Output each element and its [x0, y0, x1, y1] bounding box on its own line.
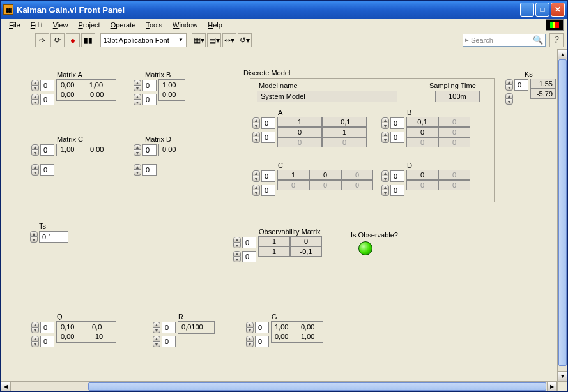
minimize-button[interactable]: _ [520, 3, 534, 17]
spinner-b-row[interactable]: ▲▼ [134, 80, 141, 91]
spinner-ts[interactable]: ▲▼ [30, 231, 38, 243]
spinner-a-col[interactable]: ▲▼ [31, 94, 39, 105]
reorder-button[interactable]: ↺▾ [238, 33, 252, 47]
cell-a-10[interactable]: 0,00 [61, 91, 74, 98]
menu-operate[interactable]: Operate [106, 20, 141, 30]
index-d-col[interactable]: 0 [142, 164, 157, 176]
pause-button[interactable]: ▮▮ [81, 33, 95, 47]
spinner-obs-row[interactable]: ▲▼ [233, 237, 241, 248]
index-disc-a-col[interactable]: 0 [261, 132, 275, 143]
index-disc-d-col[interactable]: 0 [390, 185, 404, 196]
spinner-c-row[interactable]: ▲▼ [31, 144, 39, 156]
vi-icon[interactable] [546, 19, 564, 31]
horizontal-scrollbar[interactable]: ◀ ▶ [1, 381, 557, 391]
scroll-down-button[interactable]: ▼ [558, 371, 567, 381]
cell-q-10[interactable]: 0,00 [61, 333, 74, 340]
index-r-col[interactable]: 0 [162, 336, 176, 347]
cell-g-00[interactable]: 1,00 [275, 323, 288, 331]
menu-help[interactable]: Help [203, 20, 227, 30]
menu-edit[interactable]: Edit [26, 20, 47, 30]
cell-a-11[interactable]: 0,00 [90, 91, 104, 98]
spinner-d-row[interactable]: ▲▼ [134, 144, 141, 156]
index-b-col[interactable]: 0 [142, 94, 157, 105]
index-b-row[interactable]: 0 [142, 80, 157, 91]
help-button[interactable]: ? [549, 33, 564, 47]
scroll-thumb-v[interactable] [558, 59, 567, 366]
spinner-disc-d-row[interactable]: ▲▼ [381, 170, 389, 182]
index-r-row[interactable]: 0 [162, 322, 176, 333]
index-disc-b-row[interactable]: 0 [390, 117, 404, 129]
index-q-row[interactable]: 0 [40, 322, 54, 333]
menu-window[interactable]: Window [168, 20, 202, 30]
distribute-button[interactable]: ▤▾ [207, 33, 221, 47]
index-q-col[interactable]: 0 [40, 336, 54, 347]
spinner-ks2[interactable]: ▲▼ [505, 93, 513, 105]
index-obs-row[interactable]: 0 [242, 237, 256, 248]
spinner-disc-a-row[interactable]: ▲▼ [252, 117, 260, 129]
cell-a-01[interactable]: -1,00 [87, 81, 103, 89]
index-a-row[interactable]: 0 [40, 80, 54, 91]
spinner-b-col[interactable]: ▲▼ [134, 94, 141, 105]
resize-grip[interactable] [557, 381, 567, 391]
align-button[interactable]: ▦▾ [192, 33, 206, 47]
spinner-g-col[interactable]: ▲▼ [246, 336, 254, 347]
spinner-d-col[interactable]: ▲▼ [134, 164, 141, 176]
spinner-c-col[interactable]: ▲▼ [31, 164, 39, 176]
menu-view[interactable]: View [49, 20, 73, 30]
index-g-col[interactable]: 0 [255, 336, 269, 347]
cell-g-11[interactable]: 1,00 [301, 333, 314, 340]
spinner-disc-b-row[interactable]: ▲▼ [381, 117, 389, 129]
spinner-r-row[interactable]: ▲▼ [153, 322, 160, 333]
menu-tools[interactable]: Tools [141, 20, 167, 30]
cell-g-10[interactable]: 0,00 [275, 333, 288, 340]
cell-q-00[interactable]: 0,10 [61, 323, 74, 331]
index-disc-c-col[interactable]: 0 [261, 185, 275, 196]
spinner-q-col[interactable]: ▲▼ [31, 336, 39, 347]
spinner-obs-col[interactable]: ▲▼ [233, 251, 241, 262]
close-button[interactable]: ✕ [551, 3, 565, 17]
cell-q-11[interactable]: 10 [95, 333, 103, 340]
index-ks[interactable]: 0 [514, 79, 528, 91]
resize-button[interactable]: ⇔▾ [222, 33, 236, 47]
index-disc-b-col[interactable]: 0 [390, 132, 404, 143]
index-g-row[interactable]: 0 [255, 322, 269, 333]
index-c-row[interactable]: 0 [40, 144, 54, 156]
cell-b-0[interactable]: 1,00 [162, 81, 176, 89]
spinner-g-row[interactable]: ▲▼ [246, 322, 254, 333]
spinner-q-row[interactable]: ▲▼ [31, 322, 39, 333]
spinner-r-col[interactable]: ▲▼ [153, 336, 160, 347]
spinner-a-row[interactable]: ▲▼ [31, 80, 39, 91]
cell-c-00[interactable]: 1,00 [61, 146, 74, 153]
index-disc-a-row[interactable]: 0 [261, 117, 275, 129]
spinner-disc-c-col[interactable]: ▲▼ [252, 185, 260, 196]
search-input[interactable]: ▸ Search 🔍 [463, 34, 546, 47]
cell-d-0[interactable]: 0,00 [162, 146, 176, 153]
run-continuous-button[interactable]: ⟳ [50, 33, 65, 47]
index-disc-c-row[interactable]: 0 [261, 170, 275, 182]
font-selector[interactable]: 13pt Application Font ▼ [100, 33, 187, 47]
scroll-thumb-h[interactable] [88, 382, 546, 391]
cell-b-1[interactable]: 0,00 [162, 91, 176, 98]
spinner-disc-d-col[interactable]: ▲▼ [381, 185, 389, 196]
menu-project[interactable]: Project [73, 20, 104, 30]
input-ts[interactable]: 0,1 [39, 231, 68, 243]
index-d-row[interactable]: 0 [142, 144, 157, 156]
cell-q-01[interactable]: 0,0 [92, 323, 102, 331]
index-disc-d-row[interactable]: 0 [390, 170, 404, 182]
vertical-scrollbar[interactable]: ▲ ▼ [557, 49, 567, 381]
cell-a-00[interactable]: 0,00 [61, 81, 74, 89]
scroll-left-button[interactable]: ◀ [1, 382, 11, 391]
spinner-disc-b-col[interactable]: ▲▼ [381, 132, 389, 143]
cell-r-0[interactable]: 0,0100 [181, 323, 203, 331]
cell-c-01[interactable]: 0,00 [90, 146, 104, 153]
cell-g-01[interactable]: 0,00 [301, 323, 314, 331]
spinner-disc-c-row[interactable]: ▲▼ [252, 170, 260, 182]
maximize-button[interactable]: □ [535, 3, 549, 17]
index-a-col[interactable]: 0 [40, 94, 54, 105]
index-c-col[interactable]: 0 [40, 164, 54, 176]
spinner-disc-a-col[interactable]: ▲▼ [252, 132, 260, 143]
run-button[interactable]: ➩ [35, 33, 49, 47]
index-obs-col[interactable]: 0 [242, 251, 256, 262]
abort-button[interactable]: ● [66, 33, 80, 47]
scroll-right-button[interactable]: ▶ [547, 382, 557, 391]
